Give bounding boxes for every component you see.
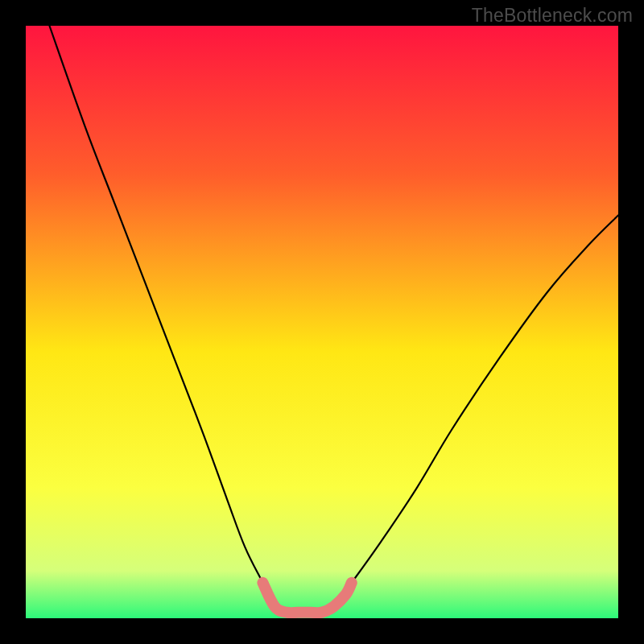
chart-frame: TheBottleneck.com bbox=[0, 0, 644, 644]
watermark-text: TheBottleneck.com bbox=[472, 5, 633, 27]
gradient-background bbox=[26, 26, 618, 618]
bottleneck-chart bbox=[0, 0, 644, 644]
